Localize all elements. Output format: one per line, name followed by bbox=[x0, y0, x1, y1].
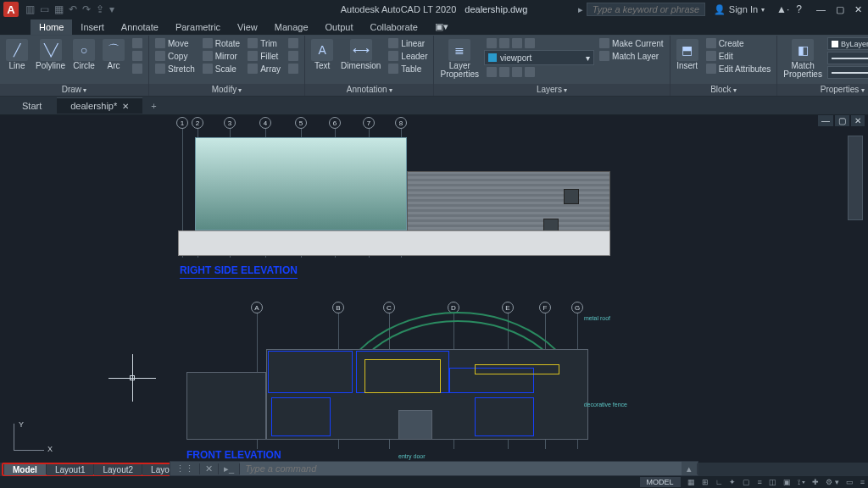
status-polar-icon[interactable]: ✦ bbox=[729, 478, 736, 486]
tab-collaborate[interactable]: Collaborate bbox=[362, 19, 426, 35]
table-button[interactable]: Table bbox=[386, 63, 430, 75]
tab-annotate[interactable]: Annotate bbox=[113, 19, 167, 35]
tab-insert[interactable]: Insert bbox=[72, 19, 113, 35]
vp-close-icon[interactable]: ✕ bbox=[851, 115, 865, 126]
help-icon[interactable]: ? bbox=[796, 3, 802, 15]
dimension-button[interactable]: ⟷Dimension bbox=[338, 37, 383, 72]
status-trans-icon[interactable]: ◫ bbox=[769, 478, 776, 486]
tab-home[interactable]: Home bbox=[31, 19, 72, 35]
lineweight-dropdown[interactable]: ByLayer bbox=[827, 52, 868, 64]
draw-misc1[interactable] bbox=[130, 37, 145, 49]
cmd-handle-icon[interactable]: ⋮⋮ bbox=[170, 463, 200, 474]
insert-button[interactable]: ⬒Insert bbox=[674, 37, 701, 72]
modify-misc3[interactable] bbox=[286, 63, 301, 75]
layer-properties-button[interactable]: ≣Layer Properties bbox=[437, 37, 481, 80]
create-block-button[interactable]: Create bbox=[704, 37, 774, 49]
tab-parametric[interactable]: Parametric bbox=[167, 19, 229, 35]
qat-open-icon[interactable]: ▭ bbox=[40, 3, 49, 15]
drawing-canvas[interactable]: — ▢ ✕ 1 2 3 4 5 6 7 8 RIGHT SIDE ELEVATI… bbox=[0, 115, 868, 463]
qat-save-icon[interactable]: ▦ bbox=[54, 3, 64, 15]
status-ann-icon[interactable]: ✚ bbox=[812, 478, 819, 486]
status-ortho-icon[interactable]: ∟ bbox=[715, 478, 723, 486]
color-dropdown[interactable]: ByLayer bbox=[827, 37, 868, 50]
status-sel-icon[interactable]: ▣ bbox=[783, 478, 791, 486]
status-scale-icon[interactable]: ⟟ ▾ bbox=[798, 478, 806, 487]
grid-bubble: 6 bbox=[329, 117, 341, 129]
status-osnap-icon[interactable]: ▢ bbox=[743, 478, 750, 486]
close-tab-icon[interactable]: ✕ bbox=[122, 102, 129, 111]
app-logo[interactable]: A bbox=[3, 2, 19, 17]
panel-title-modify[interactable]: Modify bbox=[149, 84, 304, 96]
panel-title-block[interactable]: Block bbox=[670, 84, 777, 96]
stretch-button[interactable]: Stretch bbox=[153, 63, 198, 75]
scale-button[interactable]: Scale bbox=[200, 63, 242, 75]
close-button[interactable]: ✕ bbox=[852, 4, 865, 15]
draw-misc2[interactable] bbox=[130, 50, 145, 62]
vp-max-icon[interactable]: ▢ bbox=[835, 115, 849, 126]
layout-tab-2[interactable]: Layout2 bbox=[94, 464, 142, 475]
qat-share-icon[interactable]: ⇪ bbox=[96, 3, 104, 15]
command-input[interactable] bbox=[240, 462, 682, 475]
array-button[interactable]: Array bbox=[245, 63, 283, 75]
move-button[interactable]: Move bbox=[153, 37, 198, 49]
cmd-history-icon[interactable]: ▴ bbox=[682, 463, 698, 474]
panel-title-properties[interactable]: Properties bbox=[777, 84, 868, 96]
maximize-button[interactable]: ▢ bbox=[833, 4, 847, 15]
signin-area[interactable]: 👤 Sign In ▾ bbox=[714, 4, 765, 15]
status-clean-icon[interactable]: ▭ bbox=[846, 478, 854, 486]
file-tab-active[interactable]: dealership*✕ bbox=[57, 97, 142, 114]
linetype-dropdown[interactable]: ByLayer bbox=[827, 66, 868, 79]
minimize-button[interactable]: — bbox=[814, 4, 828, 15]
match-properties-button[interactable]: ◧Match Properties bbox=[781, 37, 825, 80]
layers-misc-row2[interactable] bbox=[484, 66, 594, 78]
circle-button[interactable]: ○Circle bbox=[70, 37, 97, 72]
edit-block-button[interactable]: Edit bbox=[704, 50, 774, 62]
status-ws-icon[interactable]: ⚙ ▾ bbox=[826, 478, 839, 486]
search-arrow-icon[interactable]: ▸ bbox=[578, 4, 583, 15]
layout-tab-1[interactable]: Layout1 bbox=[47, 464, 94, 475]
qat-more-icon[interactable]: ▾ bbox=[109, 3, 114, 15]
vp-min-icon[interactable]: — bbox=[818, 115, 833, 126]
panel-title-annotation[interactable]: Annotation bbox=[305, 84, 433, 96]
qat-undo-icon[interactable]: ↶ bbox=[69, 3, 77, 15]
tab-manage[interactable]: Manage bbox=[266, 19, 317, 35]
text-button[interactable]: AText bbox=[309, 37, 336, 72]
rotate-button[interactable]: Rotate bbox=[200, 37, 242, 49]
arc-button[interactable]: ⌒Arc bbox=[100, 37, 127, 72]
panel-title-draw[interactable]: Draw bbox=[0, 84, 148, 96]
status-model-button[interactable]: MODEL bbox=[640, 477, 681, 487]
status-custom-icon[interactable]: ≡ bbox=[860, 478, 865, 486]
edit-attr-button[interactable]: Edit Attributes bbox=[704, 63, 774, 75]
layout-tab-model[interactable]: Model bbox=[4, 464, 46, 475]
status-lwt-icon[interactable]: ≡ bbox=[757, 478, 761, 486]
tab-view[interactable]: View bbox=[229, 19, 266, 35]
search-input[interactable] bbox=[587, 3, 705, 16]
make-current-button[interactable]: Make Current bbox=[597, 37, 666, 49]
cmd-close-icon[interactable]: ✕ bbox=[200, 463, 219, 474]
leader-button[interactable]: Leader bbox=[386, 50, 430, 62]
status-snap-icon[interactable]: ⊞ bbox=[702, 478, 709, 486]
layers-misc-row[interactable] bbox=[484, 37, 594, 49]
panel-title-layers[interactable]: Layers bbox=[434, 84, 669, 96]
modify-misc2[interactable] bbox=[286, 50, 301, 62]
app-switcher-icon[interactable]: ▲· bbox=[776, 3, 789, 15]
copy-button[interactable]: Copy bbox=[153, 50, 198, 62]
modify-misc1[interactable] bbox=[286, 37, 301, 49]
qat-redo-icon[interactable]: ↷ bbox=[82, 3, 91, 15]
fillet-button[interactable]: Fillet bbox=[245, 50, 283, 62]
tab-output[interactable]: Output bbox=[317, 19, 362, 35]
draw-misc3[interactable] bbox=[130, 63, 145, 75]
tab-expand-icon[interactable]: ▣▾ bbox=[426, 19, 457, 35]
qat-new-icon[interactable]: ▥ bbox=[25, 3, 35, 15]
match-layer-button[interactable]: Match Layer bbox=[597, 50, 666, 62]
linear-button[interactable]: Linear bbox=[386, 37, 430, 49]
status-grid-icon[interactable]: ▦ bbox=[687, 478, 695, 486]
nav-bar[interactable] bbox=[848, 136, 863, 220]
mirror-button[interactable]: Mirror bbox=[200, 50, 242, 62]
trim-button[interactable]: Trim bbox=[245, 37, 283, 49]
layer-dropdown[interactable]: viewport▾ bbox=[484, 50, 594, 65]
line-button[interactable]: ╱Line bbox=[3, 37, 31, 72]
add-tab-button[interactable]: + bbox=[144, 98, 163, 114]
polyline-button[interactable]: ╲╱Polyline bbox=[33, 37, 68, 72]
file-tab-start[interactable]: Start bbox=[8, 98, 55, 114]
